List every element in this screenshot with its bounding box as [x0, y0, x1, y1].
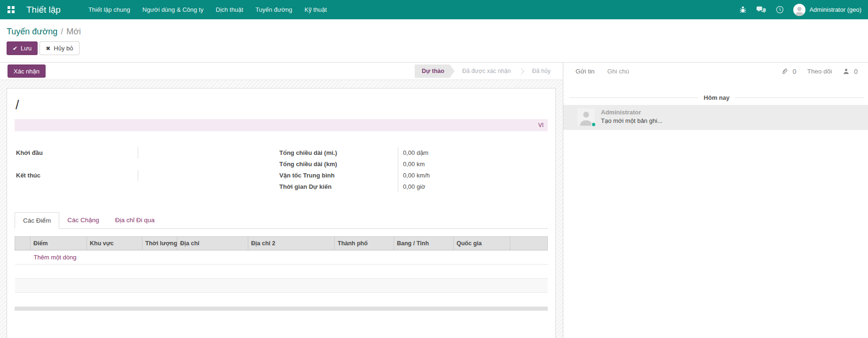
- user-menu[interactable]: Administrator (geo): [793, 4, 861, 16]
- send-message-button[interactable]: Gửi tin: [576, 68, 595, 75]
- navbar-right: Administrator (geo): [738, 4, 868, 16]
- field-label-length-mi: Tổng chiều dài (mi.): [278, 147, 398, 159]
- date-divider: Hôm nay: [569, 94, 864, 101]
- empty-row: [15, 265, 548, 279]
- message-author[interactable]: Administrator: [601, 109, 663, 116]
- discard-button[interactable]: ✖ Hủy bỏ: [39, 41, 79, 55]
- save-button[interactable]: ✔ Lưu: [7, 41, 38, 55]
- record-name-field[interactable]: /: [16, 98, 548, 113]
- user-avatar: [793, 4, 805, 16]
- x-icon: ✖: [46, 46, 50, 51]
- paperclip-icon[interactable]: [781, 68, 789, 75]
- menu-item-routes[interactable]: Tuyến đường: [249, 0, 298, 19]
- language-badge[interactable]: VI: [538, 122, 544, 129]
- breadcrumb: Tuyến đường/Mới: [7, 27, 868, 37]
- activities-clock-icon[interactable]: [775, 5, 784, 15]
- chevron-right-icon: [519, 68, 525, 74]
- menu-item-users-companies[interactable]: Người dùng & Công ty: [136, 0, 210, 19]
- followers-count[interactable]: 0: [854, 68, 858, 75]
- table-header-row: Điểm Khu vực Thời lượng ... Địa chỉ Địa …: [15, 237, 548, 250]
- form-action-buttons: ✔ Lưu ✖ Hủy bỏ: [7, 41, 868, 55]
- col-header-duration[interactable]: Thời lượng ...: [142, 237, 177, 250]
- chatter-topbar: Gửi tin Ghi chú 0 Theo dõi 0: [563, 63, 868, 80]
- status-pipeline: Dự thảo Đã được xác nhận Đã hủy: [415, 64, 558, 78]
- message-text: Tạo mới một bản ghi...: [601, 117, 663, 124]
- field-value-start[interactable]: [138, 147, 278, 159]
- col-header-state[interactable]: Bang / Tỉnh: [394, 237, 454, 250]
- col-header-area[interactable]: Khu vực: [87, 237, 142, 250]
- user-name: Administrator (geo): [809, 6, 861, 13]
- statusbar: Xác nhận Dự thảo Đã được xác nhận Đã hủy: [0, 63, 563, 80]
- tab-legs[interactable]: Các Chặng: [59, 212, 107, 228]
- app-window: Thiết lập Thiết lập chung Người dùng & C…: [0, 0, 868, 338]
- check-icon: ✔: [13, 46, 17, 51]
- field-label-end: Kết thúc: [15, 170, 138, 181]
- status-step-confirmed[interactable]: Đã được xác nhận: [455, 64, 518, 78]
- sheet-background: / VI Khởi đầu Kết thúc Tổng chiều dài (m…: [0, 80, 563, 338]
- top-navbar: Thiết lập Thiết lập chung Người dùng & C…: [0, 0, 868, 19]
- add-row: Thêm một dòng: [15, 250, 548, 265]
- follow-button[interactable]: Theo dõi: [807, 68, 832, 75]
- message-author-avatar: [577, 108, 595, 126]
- field-value-length-mi[interactable]: 0,00 dặm: [398, 147, 548, 159]
- tab-addresses[interactable]: Địa chỉ Đi qua: [107, 212, 163, 228]
- field-value-est-time[interactable]: 0,00 giờ: [398, 181, 548, 193]
- chatter-panel: Gửi tin Ghi chú 0 Theo dõi 0 Hôm nay: [563, 63, 868, 338]
- menu-item-technical[interactable]: Kỹ thuật: [298, 0, 333, 19]
- online-status-dot: [591, 122, 596, 127]
- chatter-tools: 0 Theo dõi 0: [781, 68, 858, 75]
- points-list-table: Điểm Khu vực Thời lượng ... Địa chỉ Địa …: [15, 236, 548, 307]
- field-label-est-time: Thời gian Dự kiến: [278, 181, 398, 193]
- col-header-handle: [15, 237, 31, 250]
- content-area: Xác nhận Dự thảo Đã được xác nhận Đã hủy…: [0, 63, 868, 338]
- col-header-address2[interactable]: Địa chỉ 2: [248, 237, 335, 250]
- horizontal-scrollbar[interactable]: [15, 307, 548, 311]
- field-group-left: Khởi đầu Kết thúc: [15, 147, 278, 193]
- date-divider-label: Hôm nay: [698, 94, 735, 101]
- status-step-cancelled[interactable]: Đã hủy: [524, 64, 558, 78]
- col-header-city[interactable]: Thành phố: [335, 237, 394, 250]
- control-panel: Tuyến đường/Mới ✔ Lưu ✖ Hủy bỏ: [0, 19, 868, 63]
- form-view: Xác nhận Dự thảo Đã được xác nhận Đã hủy…: [0, 63, 563, 338]
- field-label-avg-speed: Vận tốc Trung bình: [278, 170, 398, 181]
- field-value-length-km[interactable]: 0,00 km: [398, 159, 548, 170]
- col-header-point[interactable]: Điểm: [31, 237, 87, 250]
- status-step-draft[interactable]: Dự thảo: [415, 64, 455, 78]
- chatter-message[interactable]: Administrator Tạo mới một bản ghi...: [563, 105, 868, 130]
- messages-chat-icon[interactable]: [757, 5, 766, 15]
- attachments-count[interactable]: 0: [793, 68, 797, 75]
- col-header-country[interactable]: Quốc gia: [454, 237, 510, 250]
- apps-grid-icon: [8, 6, 15, 13]
- field-group-right: Tổng chiều dài (mi.) 0,00 dặm Tổng chiều…: [278, 147, 548, 193]
- empty-row: [15, 279, 548, 293]
- notebook-tabs: Các Điểm Các Chặng Địa chỉ Đi qua: [15, 212, 548, 229]
- app-title[interactable]: Thiết lập: [26, 5, 61, 15]
- apps-menu-button[interactable]: [0, 0, 22, 19]
- breadcrumb-routes-link[interactable]: Tuyến đường: [7, 27, 57, 36]
- col-header-extra: [510, 237, 548, 250]
- translatable-name-input[interactable]: VI: [15, 119, 548, 131]
- field-value-end[interactable]: [138, 170, 278, 181]
- menu-item-translations[interactable]: Dịch thuật: [210, 0, 250, 19]
- field-value-avg-speed[interactable]: 0,00 km/h: [398, 170, 548, 181]
- message-body: Administrator Tạo mới một bản ghi...: [601, 108, 663, 126]
- breadcrumb-separator: /: [57, 27, 66, 36]
- field-groups: Khởi đầu Kết thúc Tổng chiều dài (mi.) 0…: [15, 147, 548, 193]
- add-line-link[interactable]: Thêm một dòng: [34, 254, 77, 261]
- debug-bug-icon[interactable]: [738, 5, 748, 15]
- main-menu: Thiết lập chung Người dùng & Công ty Dịc…: [82, 0, 333, 19]
- form-sheet: / VI Khởi đầu Kết thúc Tổng chiều dài (m…: [7, 88, 556, 338]
- col-header-address[interactable]: Địa chỉ: [177, 237, 248, 250]
- tab-points[interactable]: Các Điểm: [15, 212, 59, 229]
- field-label-length-km: Tổng chiều dài (km): [278, 159, 398, 170]
- field-label-start: Khởi đầu: [15, 147, 138, 159]
- breadcrumb-current: Mới: [66, 27, 81, 36]
- followers-icon[interactable]: [843, 68, 850, 75]
- empty-row: [15, 293, 548, 307]
- log-note-button[interactable]: Ghi chú: [608, 68, 630, 75]
- menu-item-general-settings[interactable]: Thiết lập chung: [82, 0, 136, 19]
- confirm-button[interactable]: Xác nhận: [8, 64, 46, 78]
